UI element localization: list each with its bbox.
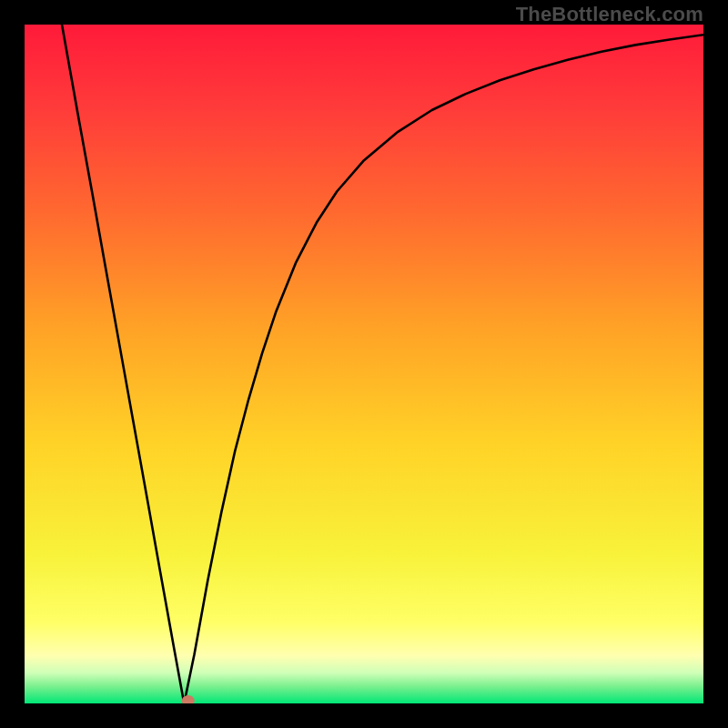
watermark-text: TheBottleneck.com [516,3,703,26]
gradient-bg [25,25,703,703]
chart-canvas [25,25,703,703]
plot-frame [25,25,703,703]
